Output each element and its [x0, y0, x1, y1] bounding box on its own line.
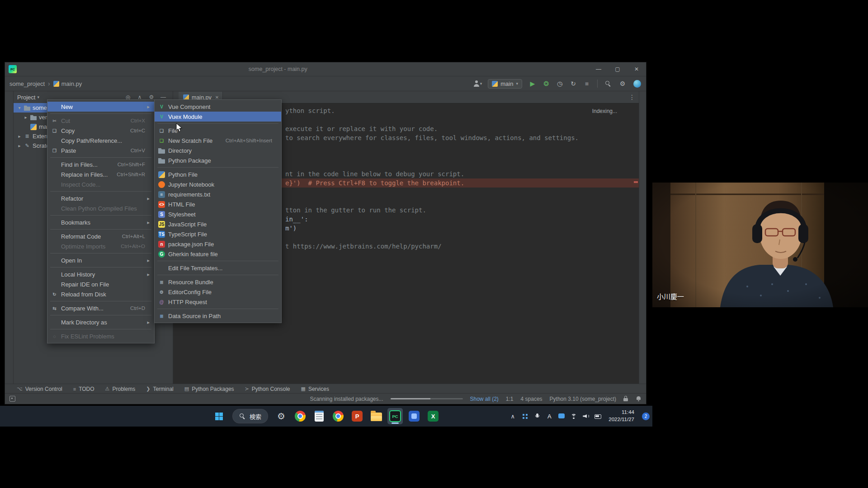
menubar-item[interactable] — [21, 68, 28, 70]
menu-item[interactable] — [47, 155, 154, 160]
toolbar-action[interactable]: ⚙ — [618, 79, 627, 88]
menu-item[interactable] — [155, 259, 281, 263]
volume-icon[interactable] — [582, 413, 590, 420]
menu-item[interactable] — [155, 122, 281, 126]
menu-item[interactable]: ≡ requirements.txt — [155, 189, 281, 199]
menu-item[interactable]: New — [47, 102, 154, 112]
hidden-icons-icon[interactable]: ∧ — [509, 413, 516, 420]
menubar-item[interactable] — [28, 68, 35, 70]
menu-item[interactable] — [155, 273, 281, 277]
menu-item[interactable]: Open In — [47, 255, 154, 265]
menubar-item[interactable] — [86, 68, 93, 70]
toolbar-action[interactable] — [632, 79, 642, 88]
menu-item[interactable] — [155, 307, 281, 311]
toolbar-action[interactable]: ▶ — [528, 79, 537, 88]
status-message[interactable] — [9, 396, 19, 402]
menu-item[interactable]: Mark Directory as — [47, 317, 154, 327]
menu-item[interactable]: G Gherkin feature file — [155, 249, 281, 259]
breadcrumb[interactable]: main.py — [53, 80, 82, 87]
bell-icon[interactable] — [636, 396, 642, 402]
start-button[interactable] — [212, 408, 227, 424]
menu-item[interactable]: Find in Files... Ctrl+Shift+F — [47, 160, 154, 169]
tool-window-button[interactable]: ⌥ Version Control — [17, 386, 62, 392]
toolbar-action[interactable]: ↻ — [569, 79, 578, 88]
menu-item[interactable] — [47, 112, 154, 116]
tool-window-button[interactable]: ⚠ Problems — [105, 386, 136, 392]
chevron-down-icon[interactable]: ▾ — [37, 95, 39, 99]
maximize-button[interactable]: ▢ — [608, 62, 627, 75]
taskbar-clock[interactable]: 11:44 2022/11/27 — [609, 409, 634, 423]
taskbar-app-button[interactable]: P — [349, 408, 365, 424]
run-configuration-select[interactable]: main ▾ — [488, 79, 522, 89]
taskbar-app-button[interactable] — [292, 408, 308, 424]
taskbar-app-button[interactable] — [330, 408, 346, 424]
menu-item[interactable] — [47, 313, 154, 317]
menubar-item[interactable] — [36, 68, 42, 70]
app-grid-icon[interactable] — [521, 413, 528, 420]
menu-item[interactable]: Local History — [47, 269, 154, 279]
toolbar-action[interactable] — [604, 79, 613, 88]
menu-item[interactable] — [155, 165, 281, 169]
toolbar-action[interactable]: ■ — [582, 79, 591, 88]
tool-window-button[interactable]: ▤ Python Packages — [184, 386, 234, 392]
menu-item[interactable]: Bookmarks — [47, 217, 154, 227]
menubar-item[interactable] — [94, 68, 100, 70]
menu-item[interactable]: ❏ New Scratch File Ctrl+Alt+Shift+Insert — [155, 136, 281, 145]
menu-item[interactable]: Edit File Templates... — [155, 263, 281, 273]
menu-item[interactable]: V Vuex Module — [155, 112, 281, 122]
menu-item[interactable]: Optimize Imports Ctrl+Alt+O — [47, 241, 154, 251]
menubar-item[interactable] — [57, 68, 64, 70]
menubar-item[interactable] — [50, 68, 57, 70]
show-all-link[interactable]: Show all (2) — [470, 396, 499, 402]
menu-item[interactable]: Replace in Files... Ctrl+Shift+R — [47, 169, 154, 179]
taskbar-app-button[interactable]: X — [425, 408, 441, 424]
menu-item[interactable]: Directory — [155, 145, 281, 155]
interpreter-setting[interactable]: Python 3.10 (some_project) — [550, 396, 616, 402]
taskbar-app-button[interactable]: ⚙ — [274, 408, 289, 424]
menubar-item[interactable] — [43, 68, 49, 70]
menu-item[interactable]: TS TypeScript File — [155, 229, 281, 239]
close-button[interactable]: ✕ — [627, 62, 646, 75]
menu-item[interactable]: ❏ Copy Ctrl+C — [47, 126, 154, 136]
project-panel-title[interactable]: Project — [17, 94, 35, 101]
menu-item[interactable]: Python File — [155, 169, 281, 179]
menu-item[interactable]: Inspect Code... — [47, 179, 154, 189]
menu-item[interactable] — [47, 227, 154, 231]
menu-item[interactable]: ❐ Paste Ctrl+V — [47, 145, 154, 155]
battery-icon[interactable] — [594, 413, 602, 420]
menu-item[interactable]: Jupyter Notebook — [155, 179, 281, 189]
microphone-icon[interactable] — [533, 413, 541, 420]
taskbar-app-button[interactable] — [406, 408, 422, 424]
toolbar-action[interactable]: ◷ — [555, 79, 564, 88]
tab-options-icon[interactable]: ⋮ — [629, 94, 635, 101]
menu-item[interactable]: Copy Path/Reference... — [47, 136, 154, 145]
caret-position[interactable]: 1:1 — [506, 396, 514, 402]
lock-icon[interactable] — [623, 396, 629, 402]
menu-item[interactable]: Reformat Code Ctrl+Alt+L — [47, 231, 154, 241]
menu-item[interactable]: ✂ Cut Ctrl+X — [47, 116, 154, 126]
menu-item[interactable]: n package.json File — [155, 239, 281, 249]
menu-item[interactable]: Clean Python Compiled Files — [47, 203, 154, 213]
taskbar-app-button[interactable]: PC — [387, 408, 403, 424]
breadcrumb[interactable]: some_project — [9, 80, 45, 87]
tool-window-button[interactable]: ≡ TODO — [73, 386, 94, 392]
menu-item[interactable]: <> HTML File — [155, 199, 281, 209]
menu-item[interactable] — [47, 299, 154, 303]
tool-window-button[interactable]: ❯ Terminal — [146, 386, 174, 392]
menubar-item[interactable] — [72, 68, 78, 70]
menu-item[interactable] — [47, 251, 154, 255]
notification-badge[interactable]: 2 — [642, 413, 650, 420]
menu-item[interactable]: JS JavaScript File — [155, 219, 281, 229]
menu-item[interactable] — [47, 189, 154, 193]
menu-item[interactable] — [47, 327, 154, 331]
menu-item[interactable]: Refactor — [47, 193, 154, 203]
indent-setting[interactable]: 4 spaces — [521, 396, 542, 402]
menu-item[interactable]: @ HTTP Request — [155, 297, 281, 307]
menu-item[interactable] — [47, 213, 154, 217]
wifi-icon[interactable] — [570, 413, 577, 420]
chat-icon[interactable] — [558, 413, 565, 420]
menu-item[interactable]: ⚙ EditorConfig File — [155, 287, 281, 297]
toolbar-action[interactable]: ❂ — [542, 79, 551, 88]
ime-icon[interactable]: A — [546, 413, 553, 420]
menu-item[interactable]: ❏ File — [155, 126, 281, 136]
